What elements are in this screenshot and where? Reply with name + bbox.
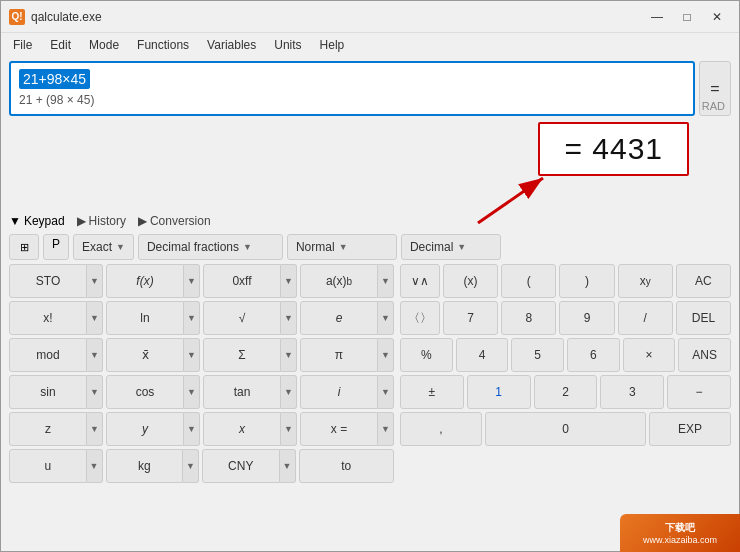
u-dropdown[interactable]: ▼: [87, 449, 103, 483]
u-button[interactable]: u: [9, 449, 87, 483]
num1-button[interactable]: 1: [467, 375, 531, 409]
sigma-dropdown[interactable]: ▼: [281, 338, 297, 372]
del-button[interactable]: DEL: [676, 301, 731, 335]
num4-button[interactable]: 4: [456, 338, 509, 372]
cos-dropdown[interactable]: ▼: [184, 375, 200, 409]
divide-button[interactable]: /: [618, 301, 673, 335]
menu-file[interactable]: File: [5, 36, 40, 54]
parens-x-button[interactable]: (x): [443, 264, 498, 298]
pi-dropdown[interactable]: ▼: [378, 338, 394, 372]
num9-button[interactable]: 9: [559, 301, 614, 335]
i-button[interactable]: i: [300, 375, 378, 409]
num3-button[interactable]: 3: [600, 375, 664, 409]
normal-dropdown[interactable]: Normal ▼: [287, 234, 397, 260]
ln-button[interactable]: ln: [106, 301, 184, 335]
tab-keypad[interactable]: ▼ Keypad: [9, 214, 65, 228]
power-dropdown[interactable]: ▼: [378, 264, 394, 298]
menu-variables[interactable]: Variables: [199, 36, 264, 54]
tab-history[interactable]: ▶ History: [77, 214, 126, 228]
minus-button[interactable]: −: [667, 375, 731, 409]
u-btn-wrap: u ▼: [9, 449, 103, 483]
fx-dropdown[interactable]: ▼: [184, 264, 200, 298]
maximize-button[interactable]: □: [673, 7, 701, 27]
z-button[interactable]: z: [9, 412, 87, 446]
decimal-fractions-dropdown[interactable]: Decimal fractions ▼: [138, 234, 283, 260]
sigma-button[interactable]: Σ: [203, 338, 281, 372]
multiply-button[interactable]: ×: [623, 338, 676, 372]
logic-button[interactable]: ∨∧: [400, 264, 440, 298]
input-box[interactable]: 21+98×45 21 + (98 × 45) RAD: [9, 61, 695, 116]
minimize-button[interactable]: —: [643, 7, 671, 27]
kg-dropdown[interactable]: ▼: [183, 449, 199, 483]
x-dropdown[interactable]: ▼: [281, 412, 297, 446]
sqrt-button[interactable]: √: [203, 301, 281, 335]
ac-button[interactable]: AC: [676, 264, 731, 298]
history-arrow: ▶: [77, 214, 86, 228]
exact-dropdown[interactable]: Exact ▼: [73, 234, 134, 260]
num5-button[interactable]: 5: [511, 338, 564, 372]
mod-button[interactable]: mod: [9, 338, 87, 372]
tab-conversion[interactable]: ▶ Conversion: [138, 214, 211, 228]
mod-dropdown[interactable]: ▼: [87, 338, 103, 372]
menu-units[interactable]: Units: [266, 36, 309, 54]
e-dropdown[interactable]: ▼: [378, 301, 394, 335]
menu-mode[interactable]: Mode: [81, 36, 127, 54]
power-xy-button[interactable]: xy: [618, 264, 673, 298]
num8-button[interactable]: 8: [501, 301, 556, 335]
num2-button[interactable]: 2: [534, 375, 598, 409]
x-button[interactable]: x: [203, 412, 281, 446]
menu-edit[interactable]: Edit: [42, 36, 79, 54]
fx-button[interactable]: f(x): [106, 264, 184, 298]
hex-button[interactable]: 0xff: [203, 264, 281, 298]
expr-selected[interactable]: 21+98×45: [19, 69, 90, 89]
decimal-dropdown[interactable]: Decimal ▼: [401, 234, 501, 260]
sqrt-dropdown[interactable]: ▼: [281, 301, 297, 335]
shift-button[interactable]: 〈〉: [400, 301, 440, 335]
mean-button[interactable]: x̄: [106, 338, 184, 372]
num0-button[interactable]: 0: [485, 412, 647, 446]
close-button[interactable]: ✕: [703, 7, 731, 27]
num7-button[interactable]: 7: [443, 301, 498, 335]
input-expression[interactable]: 21+98×45: [19, 69, 685, 89]
close-paren-button[interactable]: ): [559, 264, 614, 298]
cny-button[interactable]: CNY: [202, 449, 280, 483]
mean-dropdown[interactable]: ▼: [184, 338, 200, 372]
ln-dropdown[interactable]: ▼: [184, 301, 200, 335]
kg-button[interactable]: kg: [106, 449, 184, 483]
exp-button[interactable]: EXP: [649, 412, 731, 446]
power-button[interactable]: a(x)b: [300, 264, 378, 298]
sin-dropdown[interactable]: ▼: [87, 375, 103, 409]
e-button[interactable]: e: [300, 301, 378, 335]
factorial-button[interactable]: x!: [9, 301, 87, 335]
to-button[interactable]: to: [299, 449, 395, 483]
sin-button[interactable]: sin: [9, 375, 87, 409]
xeq-button[interactable]: x =: [300, 412, 378, 446]
sto-dropdown[interactable]: ▼: [87, 264, 103, 298]
tan-button[interactable]: tan: [203, 375, 281, 409]
menu-functions[interactable]: Functions: [129, 36, 197, 54]
xeq-dropdown[interactable]: ▼: [378, 412, 394, 446]
pi-button[interactable]: π: [300, 338, 378, 372]
i-dropdown[interactable]: ▼: [378, 375, 394, 409]
y-button[interactable]: y: [106, 412, 184, 446]
y-dropdown[interactable]: ▼: [184, 412, 200, 446]
svg-line-1: [478, 178, 543, 223]
factorial-dropdown[interactable]: ▼: [87, 301, 103, 335]
ans-button[interactable]: ANS: [678, 338, 731, 372]
arrow-indicator: [468, 173, 558, 228]
comma-button[interactable]: ,: [400, 412, 482, 446]
menu-help[interactable]: Help: [312, 36, 353, 54]
plusminus-button[interactable]: ±: [400, 375, 464, 409]
percent-button[interactable]: %: [400, 338, 453, 372]
tan-dropdown[interactable]: ▼: [281, 375, 297, 409]
p-button[interactable]: P: [43, 234, 69, 260]
cos-button[interactable]: cos: [106, 375, 184, 409]
open-paren-button[interactable]: (: [501, 264, 556, 298]
sigma-btn-wrap: Σ ▼: [203, 338, 297, 372]
sto-button[interactable]: STO: [9, 264, 87, 298]
hex-dropdown[interactable]: ▼: [281, 264, 297, 298]
num6-button[interactable]: 6: [567, 338, 620, 372]
grid-view-button[interactable]: ⊞: [9, 234, 39, 260]
z-dropdown[interactable]: ▼: [87, 412, 103, 446]
cny-dropdown[interactable]: ▼: [280, 449, 296, 483]
